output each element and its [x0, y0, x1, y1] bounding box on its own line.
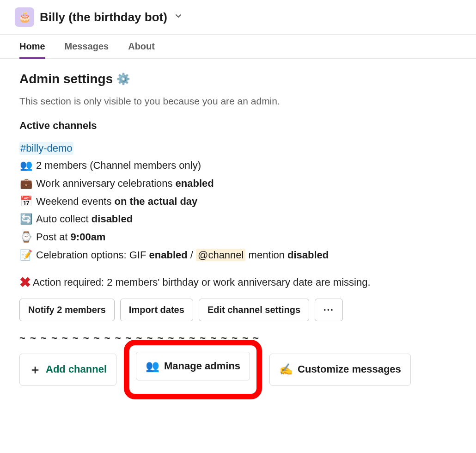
customize-messages-button[interactable]: ✍️ Customize messages — [269, 354, 411, 386]
admin-settings-title: Admin settings ⚙️ — [19, 72, 457, 86]
post-text: Post at 9:00am — [36, 230, 105, 245]
weekend-prefix: Weekend events — [36, 196, 115, 207]
autocollect-prefix: Auto collect — [36, 213, 92, 225]
autocollect-text: Auto collect disabled — [36, 212, 133, 226]
admin-subtitle: This section is only visible to you beca… — [19, 96, 457, 107]
app-header[interactable]: 🎂 Billy (the birthday bot) — [0, 0, 476, 34]
silhouettes-icon: 👥 — [146, 360, 159, 373]
edit-channel-button[interactable]: Edit channel settings — [199, 299, 309, 321]
manage-admins-button[interactable]: 👥 Manage admins — [136, 352, 250, 380]
anniversary-text: Work anniversary celebrations enabled — [36, 177, 214, 191]
add-channel-label: Add channel — [46, 363, 107, 375]
gear-icon: ⚙️ — [116, 73, 130, 86]
post-prefix: Post at — [36, 231, 71, 243]
manage-admins-label: Manage admins — [164, 360, 240, 372]
anniversary-state: enabled — [176, 178, 214, 189]
at-channel-mention: @channel — [196, 249, 245, 261]
anniversary-line: 💼 Work anniversary celebrations enabled — [19, 177, 457, 191]
weekend-state: on the actual day — [115, 196, 198, 207]
anniversary-prefix: Work anniversary celebrations — [36, 178, 176, 189]
writing-hand-icon: ✍️ — [279, 363, 293, 376]
plus-icon: ＋ — [29, 361, 41, 378]
celebration-line: 📝 Celebration options: GIF enabled / @ch… — [19, 248, 457, 263]
channel-link[interactable]: #billy-demo — [19, 142, 73, 155]
import-dates-button[interactable]: Import dates — [120, 299, 193, 321]
members-line: 👥 2 members (Channel members only) — [19, 159, 457, 173]
chevron-down-icon — [175, 12, 182, 22]
briefcase-icon: 💼 — [19, 177, 32, 191]
tab-messages[interactable]: Messages — [65, 35, 109, 58]
tabs: Home Messages About — [0, 34, 476, 59]
post-time-line: ⌚ Post at 9:00am — [19, 230, 457, 245]
notify-button[interactable]: Notify 2 members — [19, 299, 115, 321]
manage-admins-highlight: 👥 Manage admins — [124, 340, 262, 399]
action-required-text: Action required: 2 members' birthday or … — [33, 276, 371, 288]
memo-icon: 📝 — [19, 248, 32, 263]
more-button[interactable]: ··· — [315, 299, 343, 321]
weekend-text: Weekend events on the actual day — [36, 195, 197, 209]
celebration-text: Celebration options: GIF enabled / @chan… — [36, 248, 329, 263]
mention-state: disabled — [287, 249, 329, 261]
silhouettes-icon: 👥 — [19, 159, 32, 173]
active-channels-label: Active channels — [19, 120, 457, 132]
customize-messages-label: Customize messages — [298, 363, 401, 375]
members-text: 2 members (Channel members only) — [36, 159, 201, 173]
watch-icon: ⌚ — [19, 230, 32, 245]
mention-word: mention — [245, 249, 287, 261]
gif-state: enabled — [149, 249, 188, 261]
autocollect-state: disabled — [92, 213, 133, 225]
action-button-row: Notify 2 members Import dates Edit chann… — [19, 299, 457, 321]
bottom-button-row: ＋ Add channel 👥 Manage admins ✍️ Customi… — [19, 354, 457, 386]
refresh-icon: 🔄 — [19, 212, 32, 226]
sep: / — [188, 249, 196, 261]
action-required-line: ✖ Action required: 2 members' birthday o… — [19, 275, 457, 289]
app-icon: 🎂 — [15, 7, 34, 27]
tab-about[interactable]: About — [128, 35, 155, 58]
x-icon: ✖ — [19, 275, 31, 289]
add-channel-button[interactable]: ＋ Add channel — [19, 354, 116, 386]
admin-title-text: Admin settings — [19, 72, 113, 86]
autocollect-line: 🔄 Auto collect disabled — [19, 212, 457, 226]
content: Admin settings ⚙️ This section is only v… — [0, 59, 476, 405]
app-title: Billy (the birthday bot) — [40, 10, 167, 24]
tab-home[interactable]: Home — [19, 35, 45, 58]
post-time: 9:00am — [71, 231, 106, 243]
celebration-prefix: Celebration options: GIF — [36, 249, 149, 261]
calendar-icon: 📅 — [19, 195, 32, 209]
weekend-line: 📅 Weekend events on the actual day — [19, 195, 457, 209]
